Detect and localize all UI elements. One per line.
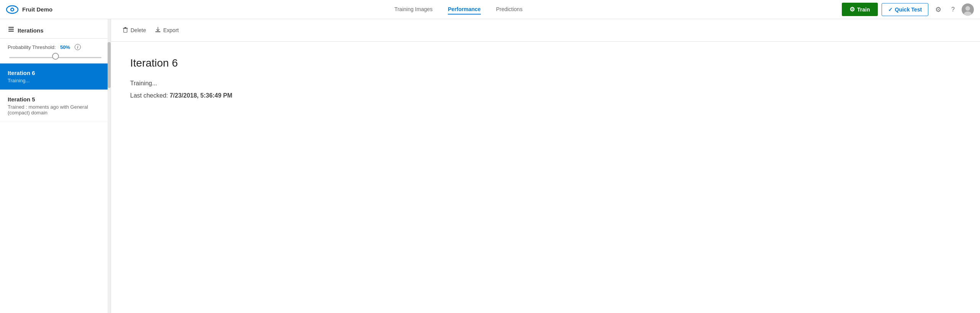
iteration-5-title: Iteration 5 (8, 96, 103, 103)
svg-rect-7 (8, 29, 14, 30)
last-checked-value: 7/23/2018, 5:36:49 PM (170, 92, 232, 99)
layers-icon (8, 26, 15, 34)
content-body: Iteration 6 Training... Last checked: 7/… (111, 42, 980, 313)
user-avatar[interactable] (962, 3, 974, 16)
svg-point-4 (965, 6, 970, 11)
sidebar-title: Iterations (8, 26, 103, 34)
iteration-list: Iteration 6 Training... Iteration 5 Trai… (0, 64, 111, 313)
tab-performance[interactable]: Performance (448, 5, 481, 15)
last-checked-label: Last checked: (130, 92, 168, 99)
iteration-item-5[interactable]: Iteration 5 Trained : moments ago with G… (0, 90, 111, 122)
threshold-label-text: Probability Threshold: (8, 44, 56, 50)
app-logo-icon (6, 3, 18, 16)
nav-tabs: Training Images Performance Predictions (75, 5, 842, 15)
content-last-checked: Last checked: 7/23/2018, 5:36:49 PM (130, 92, 961, 99)
svg-rect-8 (8, 31, 14, 32)
export-button-label: Export (163, 27, 178, 33)
content-status: Training... (130, 80, 961, 87)
delete-button-label: Delete (131, 27, 146, 33)
iteration-item-6[interactable]: Iteration 6 Training... (0, 64, 111, 90)
checkmark-icon: ✓ (888, 7, 893, 13)
svg-rect-6 (8, 27, 14, 28)
sidebar-title-text: Iterations (18, 27, 44, 34)
threshold-info-icon[interactable]: i (75, 44, 81, 50)
svg-rect-11 (124, 29, 127, 33)
delete-button[interactable]: Delete (122, 25, 146, 35)
threshold-label: Probability Threshold: 50% i (8, 44, 103, 50)
header-actions: ⚙ Train ✓ Quick Test ⚙ ? (842, 3, 974, 16)
settings-icon: ⚙ (935, 6, 941, 13)
delete-icon (122, 27, 128, 34)
tab-training-images[interactable]: Training Images (394, 5, 433, 15)
sidebar-scrollbar[interactable] (108, 19, 111, 313)
quick-test-button-label: Quick Test (895, 7, 922, 13)
threshold-slider-container (8, 53, 103, 59)
help-button[interactable]: ? (948, 4, 958, 15)
export-icon (155, 27, 161, 34)
content-toolbar: Delete Export (111, 19, 980, 42)
export-button[interactable]: Export (155, 25, 178, 35)
threshold-section: Probability Threshold: 50% i (0, 39, 111, 64)
threshold-slider[interactable] (9, 57, 101, 58)
svg-rect-10 (124, 27, 126, 28)
sidebar-header: Iterations (0, 19, 111, 39)
app-title: Fruit Demo (22, 6, 52, 13)
iteration-6-title: Iteration 6 (8, 70, 103, 76)
scrollbar-thumb[interactable] (108, 42, 111, 88)
svg-rect-12 (155, 31, 160, 32)
quick-test-button[interactable]: ✓ Quick Test (882, 3, 929, 16)
gear-icon: ⚙ (849, 6, 855, 13)
iteration-6-status: Training... (8, 78, 103, 83)
main-layout: Iterations Probability Threshold: 50% i … (0, 19, 980, 313)
header: Fruit Demo Training Images Performance P… (0, 0, 980, 19)
logo-area: Fruit Demo (6, 3, 75, 16)
train-button[interactable]: ⚙ Train (842, 3, 877, 16)
settings-button[interactable]: ⚙ (932, 4, 944, 15)
content-area: Delete Export Iteration 6 Training... La… (111, 19, 980, 313)
tab-predictions[interactable]: Predictions (496, 5, 523, 15)
help-icon: ? (951, 6, 955, 13)
threshold-value: 50% (60, 44, 70, 50)
iteration-5-status: Trained : moments ago with General (comp… (8, 104, 103, 116)
sidebar: Iterations Probability Threshold: 50% i … (0, 19, 111, 313)
content-iteration-title: Iteration 6 (130, 57, 961, 69)
train-button-label: Train (857, 7, 870, 13)
svg-point-2 (11, 8, 13, 10)
